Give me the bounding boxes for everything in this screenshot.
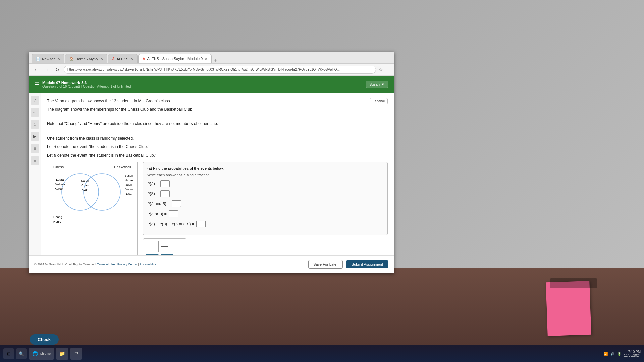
tab-close-3[interactable]: ✕ xyxy=(130,57,133,61)
tab-aleks[interactable]: A ALEKS ✕ xyxy=(108,54,138,63)
tab-home-label: Home - Mylvy xyxy=(75,57,98,61)
answers-section: (a) Find the probabilities of the events… xyxy=(143,162,388,266)
new-tab-btn[interactable]: + xyxy=(214,57,217,63)
tab-aleks-active[interactable]: A ALEKS - Susan Saylor - Module 0 ✕ xyxy=(138,54,212,63)
user-menu-btn[interactable]: Susan ▼ xyxy=(366,81,388,88)
bookmark-icon[interactable]: ☆ xyxy=(379,67,383,72)
tab-new-tab[interactable]: 📄 New tab ✕ xyxy=(32,54,64,63)
sound-icon: 🔊 xyxy=(610,352,614,356)
prob-input-pb[interactable] xyxy=(160,190,170,197)
url-bar[interactable]: https://www.awy.aleks.com/alekscgi/x/lsl… xyxy=(64,66,376,74)
bottom-action-bar: © 2024 McGraw Hill LLC. All Rights Reser… xyxy=(29,255,394,273)
prob-input-pa[interactable] xyxy=(160,180,170,187)
taskbar-left: ⊞ 🔍 🌐 Chrome 📁 🛡 xyxy=(3,348,82,360)
question-note: Note that "Chang" and "Henry" are outsid… xyxy=(47,121,388,127)
name-laura: Laura xyxy=(55,178,65,182)
chevron-down-icon: ▼ xyxy=(381,82,385,86)
menu-icon[interactable]: ☰ xyxy=(34,81,39,88)
prob-row-pandb: P(A and B) = xyxy=(147,200,383,207)
name-henry: Henry xyxy=(53,220,62,224)
address-bar: ← → ↻ https://www.awy.aleks.com/alekscgi… xyxy=(29,64,394,76)
terms-link[interactable]: Terms of Use xyxy=(97,263,115,266)
wifi-icon: 📶 xyxy=(604,352,608,356)
save-for-later-btn[interactable]: Save For Later xyxy=(308,260,343,269)
reload-btn[interactable]: ↻ xyxy=(54,66,61,73)
name-juan: Juan xyxy=(124,183,133,187)
question-info: Question 8 of 16 (1 point) | Question At… xyxy=(42,85,131,88)
start-btn[interactable]: ⊞ xyxy=(3,348,14,359)
prob-label-pa: P(A) = xyxy=(147,181,158,186)
question-intro2: The diagram shows the memberships for th… xyxy=(47,106,388,113)
tab-close-4[interactable]: ✕ xyxy=(205,57,207,61)
battery-icon: 🔋 xyxy=(617,352,621,356)
question-area: Español The Venn diagram below shows the… xyxy=(41,93,394,273)
question-intro1: The Venn diagram below shows the 13 stud… xyxy=(47,98,388,104)
check-btn[interactable]: Check xyxy=(30,334,59,345)
tab-close-2[interactable]: ✕ xyxy=(100,57,103,61)
forward-btn[interactable]: → xyxy=(43,66,51,73)
aleks-header: ☰ Module 07 Homework 3-6 Question 8 of 1… xyxy=(29,76,394,93)
venn-diagram-container: Chess Basketball xyxy=(47,162,138,266)
tool-message[interactable]: ✉ xyxy=(31,156,39,165)
prob-label-formula: P(A) + P(B) − P(A and B) = xyxy=(147,222,194,227)
prob-row-pa: P(A) = xyxy=(147,180,383,187)
svg-point-0 xyxy=(62,174,99,210)
prob-row-formula: P(A) + P(B) − P(A and B) = xyxy=(147,221,383,227)
name-chang: Chang xyxy=(53,215,62,220)
taskbar-chrome-app[interactable]: 🌐 Chrome xyxy=(29,348,54,360)
antivirus-icon: 🛡 xyxy=(74,351,78,356)
question-let-b: Let A denote the event "the student is i… xyxy=(47,144,388,150)
tool-reference[interactable]: 🗂 xyxy=(31,120,39,129)
tab-new-tab-label: New tab xyxy=(42,57,55,61)
tool-question[interactable]: ? xyxy=(31,96,39,105)
venn-labels: Chess Basketball xyxy=(50,165,135,169)
tool-play[interactable]: ▶ xyxy=(31,132,39,141)
prob-input-pandb[interactable] xyxy=(172,200,181,207)
tool-infinity[interactable]: ∞ xyxy=(31,108,39,117)
tab-aleks-active-label: ALEKS - Susan Saylor - Module 0 xyxy=(147,57,203,61)
module-title: Module 07 Homework 3-6 xyxy=(42,81,131,85)
tab-close-1[interactable]: ✕ xyxy=(57,57,60,61)
name-chau: Chau xyxy=(81,183,89,188)
prob-label-pandb: P(A and B) = xyxy=(147,201,170,206)
chrome-label: Chrome xyxy=(40,352,51,355)
extensions-icon[interactable]: ⋮ xyxy=(386,67,390,72)
prob-input-paorb[interactable] xyxy=(169,210,178,217)
taskbar-clock: 7:10 PM 11/30/2024 xyxy=(624,350,641,357)
tab-home[interactable]: 🏠 Home - Mylvy ✕ xyxy=(65,54,107,63)
side-tools: ? ∞ 🗂 ▶ ⊞ ✉ xyxy=(29,93,41,273)
fraction-display-area xyxy=(146,241,183,252)
prob-label-paorb: P(A or B) = xyxy=(147,212,167,217)
svg-point-1 xyxy=(84,174,120,210)
taskbar-files-app[interactable]: 📁 xyxy=(56,348,68,360)
part-a-title-text: (a) Find the probabilities of the events… xyxy=(147,166,224,170)
part-a-title: (a) Find the probabilities of the events… xyxy=(147,166,383,170)
chess-only-names: Laura Melissa Kareem xyxy=(55,178,65,191)
privacy-link[interactable]: Privacy Center xyxy=(117,263,137,266)
content-wrapper: ? ∞ 🗂 ▶ ⊞ ✉ Español The Venn diagram bel… xyxy=(29,93,394,273)
search-btn[interactable]: 🔍 xyxy=(16,348,27,359)
outside-names: Chang Henry xyxy=(53,215,62,224)
basketball-only-names: Susan Nicole Juan Justin Lisa xyxy=(124,174,133,196)
both-names: Karen Chau Ryan xyxy=(81,179,89,192)
tab-home-icon: 🏠 xyxy=(69,57,73,61)
tool-grid[interactable]: ⊞ xyxy=(31,144,39,153)
name-nicole: Nicole xyxy=(124,178,133,183)
fraction-numerator[interactable] xyxy=(161,241,168,247)
date-display: 11/30/2024 xyxy=(624,354,641,357)
prob-row-paorb: P(A or B) = xyxy=(147,210,383,217)
accessibility-link[interactable]: Accessibility xyxy=(140,263,156,266)
taskbar-antivirus-app[interactable]: 🛡 xyxy=(70,348,82,360)
back-btn[interactable]: ← xyxy=(32,66,40,73)
part-a-subtitle: Write each answer as a single fraction. xyxy=(147,173,383,177)
aleks-content-area: ☰ Module 07 Homework 3-6 Question 8 of 1… xyxy=(29,76,394,273)
espanol-btn[interactable]: Español xyxy=(370,98,388,104)
fraction-denominator[interactable] xyxy=(161,247,168,252)
files-icon: 📁 xyxy=(59,351,65,356)
tab-page-icon: 📄 xyxy=(36,57,40,61)
prob-input-formula[interactable] xyxy=(196,221,206,227)
time-display: 7:10 PM xyxy=(624,350,641,354)
user-name: Susan xyxy=(369,82,380,86)
submit-assignment-btn[interactable]: Submit Assignment xyxy=(346,260,388,268)
name-lisa: Lisa xyxy=(124,192,133,196)
